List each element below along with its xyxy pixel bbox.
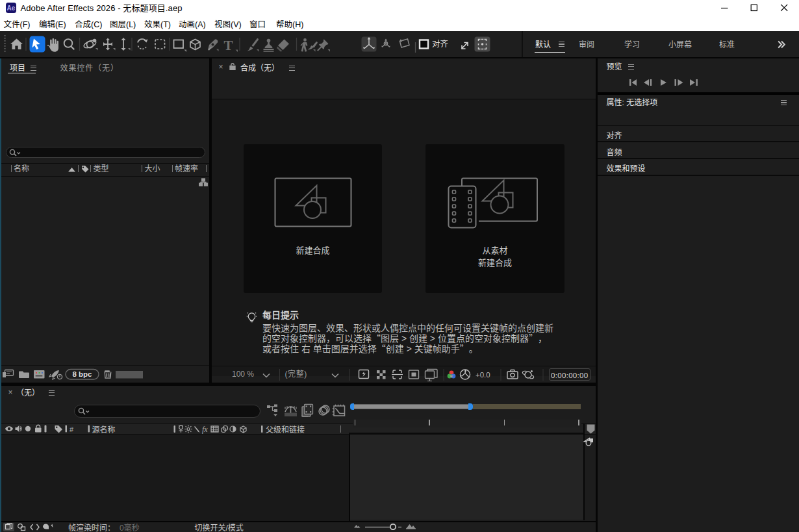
svg-text:T: T [224, 38, 233, 53]
svg-text:8 bpc: 8 bpc [72, 370, 92, 378]
svg-text:+0.0: +0.0 [476, 371, 490, 379]
svg-text:fx: fx [202, 425, 208, 434]
svg-text:#: # [70, 425, 74, 433]
